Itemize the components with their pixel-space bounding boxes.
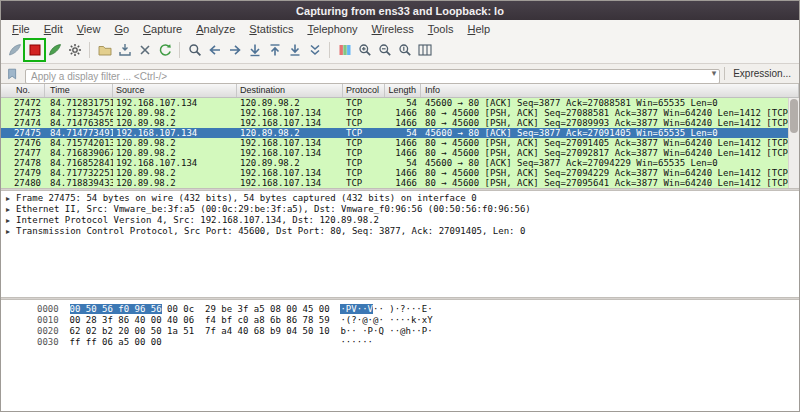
display-filter-input[interactable] — [25, 69, 720, 84]
cell-time: 84.713734570 — [45, 108, 113, 118]
filter-input-wrap: ▾ — [25, 66, 720, 81]
menu-wireless[interactable]: Wireless — [365, 22, 421, 36]
menu-go[interactable]: Go — [107, 22, 136, 36]
menu-file[interactable]: File — [5, 22, 37, 36]
packet-row[interactable]: 2748084.718839433120.89.98.2192.168.107.… — [1, 178, 799, 188]
zoom-100-icon[interactable] — [395, 40, 414, 60]
zoom-in-icon[interactable] — [355, 40, 374, 60]
cell-proto: TCP — [343, 98, 385, 108]
cell-info: 45600 → 80 [ACK] Seq=3877 Ack=27094229 W… — [421, 158, 799, 168]
cell-len: 54 — [385, 158, 421, 168]
toolbar-separator — [179, 42, 180, 58]
cell-len: 1466 — [385, 108, 421, 118]
cell-proto: TCP — [343, 148, 385, 158]
expand-arrow-icon[interactable]: ▸ — [1, 226, 16, 237]
resize-columns-icon[interactable] — [415, 40, 434, 60]
save-file-icon[interactable] — [115, 40, 134, 60]
colorize-icon[interactable] — [335, 40, 354, 60]
detail-line[interactable]: ▸Ethernet II, Src: Vmware_be:3f:a5 (00:0… — [1, 204, 799, 215]
window-title: Capturing from ens33 and Loopback: lo — [296, 5, 504, 17]
cell-dst: 192.168.107.134 — [237, 138, 343, 148]
cell-src: 192.168.107.134 — [113, 98, 237, 108]
detail-line[interactable]: ▸Transmission Control Protocol, Src Port… — [1, 226, 799, 237]
start-capture-icon[interactable] — [5, 40, 24, 60]
cell-info: 45600 → 80 [ACK] Seq=3877 Ack=27091405 W… — [421, 128, 799, 138]
go-forward-icon[interactable] — [225, 40, 244, 60]
column-header-no[interactable]: No. — [1, 84, 45, 97]
filter-dropdown-caret-icon[interactable]: ▾ — [712, 68, 717, 79]
reload-icon[interactable] — [155, 40, 174, 60]
menu-analyze[interactable]: Analyze — [189, 22, 242, 36]
find-packet-icon[interactable] — [185, 40, 204, 60]
hex-offset: 0000 — [37, 304, 59, 314]
packet-row[interactable]: 2747484.714763855120.89.98.2192.168.107.… — [1, 118, 799, 128]
go-to-packet-icon[interactable] — [245, 40, 264, 60]
scrollbar-thumb[interactable] — [790, 99, 798, 133]
cell-no: 27472 — [1, 98, 45, 108]
cell-dst: 120.89.98.2 — [237, 128, 343, 138]
cell-src: 120.89.98.2 — [113, 168, 237, 178]
menu-capture[interactable]: Capture — [136, 22, 189, 36]
cell-len: 54 — [385, 98, 421, 108]
capture-options-icon[interactable] — [65, 40, 84, 60]
column-header-info[interactable]: Info — [421, 84, 799, 97]
packet-row[interactable]: 2747584.714773491192.168.107.134120.89.9… — [1, 128, 799, 138]
expand-arrow-icon[interactable]: ▸ — [1, 204, 16, 215]
hex-row[interactable]: 0020 62 02 b2 20 00 50 1a 51 7f a4 40 68… — [37, 326, 799, 337]
go-first-packet-icon[interactable] — [265, 40, 284, 60]
cell-src: 120.89.98.2 — [113, 108, 237, 118]
cell-dst: 120.89.98.2 — [237, 158, 343, 168]
cell-len: 1466 — [385, 148, 421, 158]
column-header-proto[interactable]: Protocol — [343, 84, 385, 97]
hex-selected-bytes: 00 50 56 f0 96 56 — [70, 304, 162, 314]
expand-arrow-icon[interactable]: ▸ — [1, 215, 16, 226]
cell-len: 1466 — [385, 168, 421, 178]
packet-row[interactable]: 2747884.716852841192.168.107.134120.89.9… — [1, 158, 799, 168]
hex-row[interactable]: 0030 ff ff 06 a5 00 00 ······ — [37, 337, 799, 348]
detail-line[interactable]: ▸Frame 27475: 54 bytes on wire (432 bits… — [1, 193, 799, 204]
expression-button[interactable]: Expression... — [729, 68, 795, 79]
menu-help[interactable]: Help — [460, 22, 497, 36]
hex-row[interactable]: 0000 00 50 56 f0 96 56 00 0c 29 be 3f a5… — [37, 304, 799, 315]
menu-tools[interactable]: Tools — [421, 22, 461, 36]
hex-offset: 0020 — [37, 326, 59, 336]
close-file-icon[interactable] — [135, 40, 154, 60]
hex-ascii: ·PV··V·· )·?···E· — [340, 304, 432, 314]
hex-bytes: ff ff 06 a5 00 00 — [70, 337, 330, 348]
column-header-len[interactable]: Length — [385, 84, 421, 97]
cell-time: 84.714773491 — [45, 128, 113, 138]
expand-arrow-icon[interactable]: ▸ — [1, 193, 16, 204]
menu-telephony[interactable]: Telephony — [300, 22, 364, 36]
menu-edit[interactable]: Edit — [37, 22, 70, 36]
go-back-icon[interactable] — [205, 40, 224, 60]
open-file-icon[interactable] — [95, 40, 114, 60]
menu-statistics[interactable]: Statistics — [242, 22, 300, 36]
column-header-time[interactable]: Time — [45, 84, 113, 97]
hex-bytes: 62 02 b2 20 00 50 1a 51 7f a4 40 68 b9 0… — [70, 326, 330, 337]
detail-line[interactable]: ▸Internet Protocol Version 4, Src: 192.1… — [1, 215, 799, 226]
hex-row[interactable]: 0010 00 28 3f 86 40 00 40 06 f4 bf c0 a8… — [37, 315, 799, 326]
go-last-packet-icon[interactable] — [285, 40, 304, 60]
zoom-out-icon[interactable] — [375, 40, 394, 60]
filter-bookmark-icon[interactable] — [5, 66, 21, 82]
cell-src: 120.89.98.2 — [113, 148, 237, 158]
packet-row[interactable]: 2747384.713734570120.89.98.2192.168.107.… — [1, 108, 799, 118]
cell-time: 84.717732251 — [45, 168, 113, 178]
packet-row[interactable]: 2747684.715742013120.89.98.2192.168.107.… — [1, 138, 799, 148]
stop-capture-icon[interactable] — [25, 40, 44, 60]
toolbar-separator — [89, 42, 90, 58]
packet-list-scrollbar[interactable] — [788, 98, 799, 188]
cell-time: 84.715742013 — [45, 138, 113, 148]
cell-no: 27475 — [1, 128, 45, 138]
packet-row[interactable]: 2747784.716839067120.89.98.2192.168.107.… — [1, 148, 799, 158]
column-header-src[interactable]: Source — [113, 84, 237, 97]
restart-capture-icon[interactable] — [45, 40, 64, 60]
auto-scroll-icon[interactable] — [305, 40, 324, 60]
packet-row[interactable]: 2747284.712831751192.168.107.134120.89.9… — [1, 98, 799, 108]
packet-row[interactable]: 2747984.717732251120.89.98.2192.168.107.… — [1, 168, 799, 178]
menu-view[interactable]: View — [70, 22, 108, 36]
cell-src: 120.89.98.2 — [113, 138, 237, 148]
column-header-dst[interactable]: Destination — [237, 84, 343, 97]
cell-len: 1466 — [385, 138, 421, 148]
cell-info: 45600 → 80 [ACK] Seq=3877 Ack=27088581 W… — [421, 98, 799, 108]
